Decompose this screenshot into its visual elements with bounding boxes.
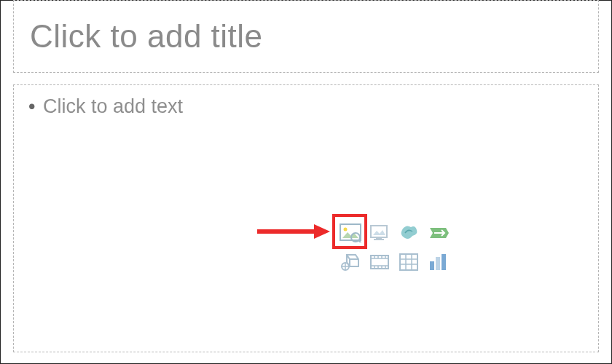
online-pictures-icon <box>369 223 391 242</box>
svg-rect-5 <box>376 237 382 239</box>
content-placeholder[interactable]: • Click to add text <box>13 84 599 352</box>
svg-rect-22 <box>400 254 417 270</box>
pictures-icon <box>340 223 361 242</box>
bullet-placeholder-text: Click to add text <box>43 95 183 118</box>
bullet-dot-icon: • <box>28 95 43 118</box>
svg-rect-4 <box>371 226 387 237</box>
3d-models-icon <box>340 252 361 272</box>
icons-icon <box>398 223 420 243</box>
table-icon <box>399 253 419 272</box>
svg-rect-29 <box>442 254 446 270</box>
insert-online-pictures-button[interactable] <box>365 218 394 248</box>
insert-video-button[interactable] <box>365 248 394 277</box>
insert-3d-models-button[interactable] <box>336 248 365 277</box>
svg-rect-6 <box>374 239 384 240</box>
title-placeholder[interactable]: Click to add title <box>13 0 599 73</box>
smartart-icon <box>427 223 449 242</box>
insert-icons-button[interactable] <box>394 218 423 248</box>
video-icon <box>369 253 391 272</box>
insert-chart-button[interactable] <box>423 248 452 277</box>
svg-point-1 <box>344 228 348 232</box>
insert-table-button[interactable] <box>394 248 423 277</box>
insert-smartart-button[interactable] <box>423 218 452 248</box>
content-icon-grid <box>336 218 452 277</box>
arrow-annotation <box>257 223 330 240</box>
svg-rect-28 <box>436 257 440 270</box>
chart-icon <box>428 253 448 272</box>
title-placeholder-text: Click to add title <box>30 18 263 55</box>
svg-rect-27 <box>430 261 434 270</box>
insert-pictures-button[interactable] <box>336 218 365 248</box>
svg-marker-31 <box>314 224 330 239</box>
bullet-line: • Click to add text <box>28 95 584 118</box>
